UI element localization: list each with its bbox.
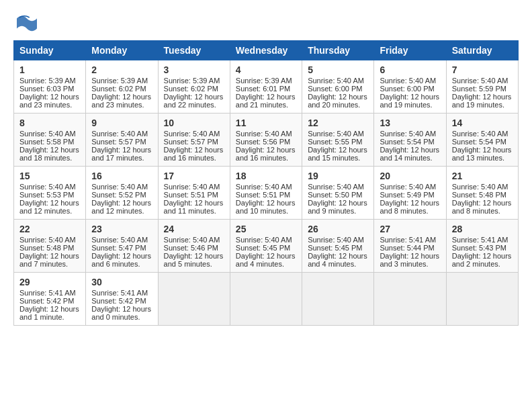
calendar-cell: 1 Sunrise: 5:39 AM Sunset: 6:03 PM Dayli…	[14, 60, 86, 113]
sunrise-text: Sunrise: 5:40 AM	[452, 130, 508, 138]
day-number: 28	[452, 224, 513, 234]
calendar-cell: 2 Sunrise: 5:39 AM Sunset: 6:02 PM Dayli…	[86, 60, 158, 113]
sunset-text: Sunset: 5:55 PM	[308, 138, 362, 146]
daylight-text: Daylight: 12 hours and 10 minutes.	[236, 199, 296, 215]
daylight-text: Daylight: 12 hours and 16 minutes.	[236, 146, 296, 162]
day-of-week-header: Sunday	[14, 41, 86, 60]
sunrise-text: Sunrise: 5:40 AM	[19, 236, 76, 244]
sunset-text: Sunset: 5:50 PM	[308, 191, 362, 199]
sunrise-text: Sunrise: 5:39 AM	[164, 77, 220, 85]
day-of-week-header: Monday	[86, 41, 158, 60]
day-of-week-header: Saturday	[446, 41, 518, 60]
calendar-cell: 30 Sunrise: 5:41 AM Sunset: 5:42 PM Dayl…	[86, 273, 158, 326]
sunrise-text: Sunrise: 5:40 AM	[164, 183, 220, 191]
calendar-cell: 21 Sunrise: 5:40 AM Sunset: 5:48 PM Dayl…	[446, 167, 518, 220]
sunrise-text: Sunrise: 5:41 AM	[380, 236, 436, 244]
sunrise-text: Sunrise: 5:40 AM	[19, 183, 76, 191]
sunset-text: Sunset: 5:51 PM	[164, 191, 218, 199]
sunset-text: Sunset: 5:44 PM	[380, 244, 434, 252]
daylight-text: Daylight: 12 hours and 15 minutes.	[308, 146, 367, 162]
sunrise-text: Sunrise: 5:39 AM	[236, 77, 292, 85]
sunset-text: Sunset: 5:42 PM	[19, 297, 74, 305]
day-of-week-header: Friday	[374, 41, 446, 60]
day-number: 14	[452, 118, 513, 128]
daylight-text: Daylight: 12 hours and 21 minutes.	[236, 93, 296, 109]
day-number: 22	[19, 224, 80, 234]
day-number: 16	[91, 171, 152, 181]
day-number: 27	[380, 224, 440, 234]
day-of-week-header: Wednesday	[230, 41, 302, 60]
sunset-text: Sunset: 5:54 PM	[452, 138, 506, 146]
sunset-text: Sunset: 5:57 PM	[164, 138, 218, 146]
day-number: 23	[91, 224, 152, 234]
sunrise-text: Sunrise: 5:40 AM	[380, 77, 436, 85]
calendar-cell	[230, 273, 302, 326]
sunrise-text: Sunrise: 5:40 AM	[380, 130, 436, 138]
day-number: 11	[236, 118, 296, 128]
day-number: 18	[236, 171, 296, 181]
sunrise-text: Sunrise: 5:41 AM	[19, 289, 76, 297]
calendar-cell: 24 Sunrise: 5:40 AM Sunset: 5:46 PM Dayl…	[158, 220, 230, 273]
sunset-text: Sunset: 6:02 PM	[164, 85, 218, 93]
daylight-text: Daylight: 12 hours and 12 minutes.	[19, 199, 79, 215]
daylight-text: Daylight: 12 hours and 17 minutes.	[91, 146, 151, 162]
daylight-text: Daylight: 12 hours and 14 minutes.	[380, 146, 439, 162]
sunrise-text: Sunrise: 5:40 AM	[91, 130, 148, 138]
daylight-text: Daylight: 12 hours and 12 minutes.	[91, 199, 151, 215]
calendar-cell	[302, 273, 374, 326]
daylight-text: Daylight: 12 hours and 8 minutes.	[380, 199, 439, 215]
calendar-week-row: 15 Sunrise: 5:40 AM Sunset: 5:53 PM Dayl…	[14, 167, 519, 220]
sunrise-text: Sunrise: 5:40 AM	[452, 183, 508, 191]
calendar-week-row: 1 Sunrise: 5:39 AM Sunset: 6:03 PM Dayli…	[14, 60, 519, 113]
calendar-cell	[374, 273, 446, 326]
day-number: 5	[308, 64, 368, 75]
calendar-cell: 25 Sunrise: 5:40 AM Sunset: 5:45 PM Dayl…	[230, 220, 302, 273]
sunrise-text: Sunrise: 5:40 AM	[308, 236, 364, 244]
logo-icon	[13, 13, 40, 34]
day-number: 30	[91, 277, 152, 287]
calendar-cell: 3 Sunrise: 5:39 AM Sunset: 6:02 PM Dayli…	[158, 60, 230, 113]
sunset-text: Sunset: 5:51 PM	[236, 191, 290, 199]
day-number: 19	[308, 171, 368, 181]
sunset-text: Sunset: 5:46 PM	[164, 244, 218, 252]
sunrise-text: Sunrise: 5:40 AM	[91, 236, 148, 244]
daylight-text: Daylight: 12 hours and 11 minutes.	[164, 199, 224, 215]
daylight-text: Daylight: 12 hours and 2 minutes.	[452, 252, 512, 268]
day-number: 3	[164, 64, 224, 75]
sunset-text: Sunset: 5:59 PM	[452, 85, 506, 93]
daylight-text: Daylight: 12 hours and 23 minutes.	[19, 93, 79, 109]
sunset-text: Sunset: 5:45 PM	[236, 244, 290, 252]
calendar-cell: 22 Sunrise: 5:40 AM Sunset: 5:48 PM Dayl…	[14, 220, 86, 273]
calendar-cell: 26 Sunrise: 5:40 AM Sunset: 5:45 PM Dayl…	[302, 220, 374, 273]
day-number: 24	[164, 224, 224, 234]
sunset-text: Sunset: 5:56 PM	[236, 138, 290, 146]
daylight-text: Daylight: 12 hours and 13 minutes.	[452, 146, 512, 162]
day-number: 25	[236, 224, 296, 234]
page-header	[13, 13, 519, 34]
calendar-cell: 4 Sunrise: 5:39 AM Sunset: 6:01 PM Dayli…	[230, 60, 302, 113]
calendar-cell: 12 Sunrise: 5:40 AM Sunset: 5:55 PM Dayl…	[302, 113, 374, 167]
sunset-text: Sunset: 6:02 PM	[91, 85, 146, 93]
sunset-text: Sunset: 5:57 PM	[91, 138, 146, 146]
sunrise-text: Sunrise: 5:40 AM	[164, 130, 220, 138]
daylight-text: Daylight: 12 hours and 19 minutes.	[380, 93, 439, 109]
calendar-cell: 14 Sunrise: 5:40 AM Sunset: 5:54 PM Dayl…	[446, 113, 518, 167]
daylight-text: Daylight: 12 hours and 6 minutes.	[91, 252, 151, 268]
daylight-text: Daylight: 12 hours and 5 minutes.	[164, 252, 224, 268]
sunset-text: Sunset: 6:00 PM	[308, 85, 362, 93]
sunset-text: Sunset: 5:45 PM	[308, 244, 362, 252]
daylight-text: Daylight: 12 hours and 23 minutes.	[91, 93, 151, 109]
calendar-cell: 23 Sunrise: 5:40 AM Sunset: 5:47 PM Dayl…	[86, 220, 158, 273]
calendar-cell: 5 Sunrise: 5:40 AM Sunset: 6:00 PM Dayli…	[302, 60, 374, 113]
sunrise-text: Sunrise: 5:40 AM	[452, 77, 508, 85]
daylight-text: Daylight: 12 hours and 22 minutes.	[164, 93, 224, 109]
sunset-text: Sunset: 5:53 PM	[19, 191, 74, 199]
calendar-cell	[158, 273, 230, 326]
daylight-text: Daylight: 12 hours and 4 minutes.	[308, 252, 367, 268]
day-number: 7	[452, 64, 513, 75]
day-number: 6	[380, 64, 440, 75]
sunset-text: Sunset: 5:58 PM	[19, 138, 74, 146]
calendar-cell: 7 Sunrise: 5:40 AM Sunset: 5:59 PM Dayli…	[446, 60, 518, 113]
calendar-cell: 27 Sunrise: 5:41 AM Sunset: 5:44 PM Dayl…	[374, 220, 446, 273]
day-number: 10	[164, 118, 224, 128]
